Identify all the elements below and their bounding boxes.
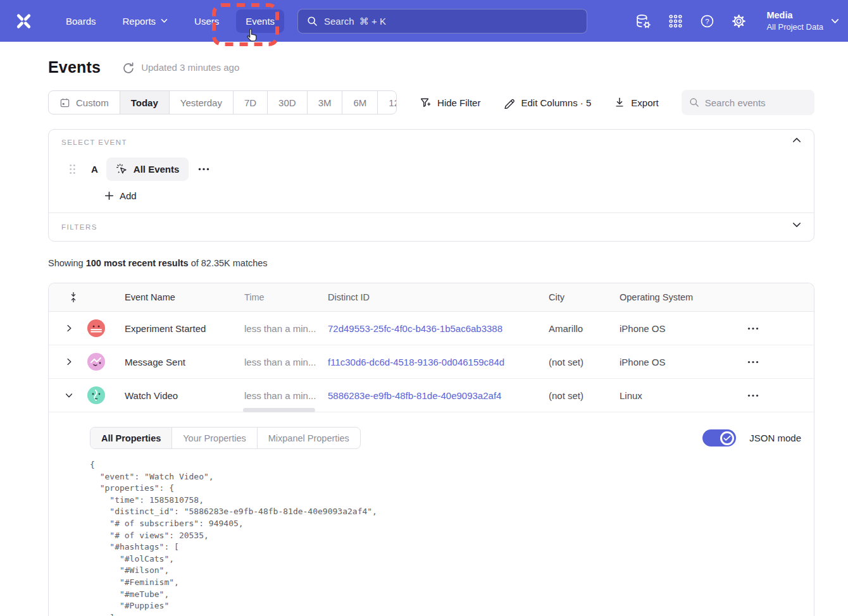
date-option-label: Yesterday xyxy=(180,97,222,108)
row-more-menu[interactable] xyxy=(747,327,759,330)
expand-filters-chevron-down-icon[interactable] xyxy=(792,222,801,228)
global-search xyxy=(297,9,587,34)
distinct-id-link[interactable]: 72d49553-25fc-4f0c-b436-1b5ac6ab3388 xyxy=(328,323,502,334)
date-option-label: 12M xyxy=(389,97,397,108)
events-search xyxy=(682,90,814,115)
nav-item-reports[interactable]: Reports xyxy=(113,9,178,33)
tab-label: Your Properties xyxy=(183,433,246,443)
add-event-label: Add xyxy=(120,190,137,201)
nav-item-label: Events xyxy=(246,16,275,27)
nav-item-label: Reports xyxy=(123,16,156,27)
date-option-custom[interactable]: Custom xyxy=(49,91,120,114)
plus-icon xyxy=(104,191,114,200)
event-query-row: A xyxy=(61,157,801,181)
event-avatar xyxy=(87,319,105,337)
drag-handle-icon[interactable] xyxy=(69,164,76,175)
events-page: Boards Reports Users Events xyxy=(0,0,848,616)
table-row: Message Sent less than a min... f11c30d6… xyxy=(49,345,814,379)
distinct-id-link[interactable]: f11c30d6-dc6d-4518-9136-0d046159c84d xyxy=(328,357,504,367)
date-option-label: Custom xyxy=(76,97,109,108)
date-option-30d[interactable]: 30D xyxy=(267,91,307,114)
event-more-menu[interactable] xyxy=(198,168,209,171)
json-mode-toggle[interactable] xyxy=(702,429,736,447)
project-scope: All Project Data xyxy=(766,22,823,32)
updated-timestamp: Updated 3 minutes ago xyxy=(141,62,239,73)
all-events-chip-label: All Events xyxy=(134,164,180,175)
funnel-icon xyxy=(420,97,432,109)
svg-text:?: ? xyxy=(706,17,709,25)
row-more-menu[interactable] xyxy=(747,360,759,364)
settings-gear-icon[interactable] xyxy=(731,13,747,29)
results-prefix: Showing xyxy=(48,258,86,268)
chevron-down-icon xyxy=(161,18,168,23)
table-row: Experiment Started less than a min... 72… xyxy=(49,312,814,345)
date-option-12m[interactable]: 12M xyxy=(377,91,397,114)
collapse-row-chevron-down-icon[interactable] xyxy=(64,390,77,400)
tab-mixpanel-properties[interactable]: Mixpanel Properties xyxy=(257,428,360,448)
event-name-cell: Watch Video xyxy=(125,390,244,401)
filters-label: FILTERS xyxy=(61,223,97,231)
search-icon xyxy=(307,16,318,27)
time-cell: less than a min... xyxy=(244,357,328,367)
edit-columns-button[interactable]: Edit Columns · 5 xyxy=(503,97,591,109)
os-cell: iPhone OS xyxy=(620,323,732,334)
expand-row-chevron-right-icon[interactable] xyxy=(64,323,77,333)
toolbar: Custom Today Yesterday 7D 30D 3M 6M 12M xyxy=(48,90,814,115)
date-option-yesterday[interactable]: Yesterday xyxy=(169,91,233,114)
data-management-icon[interactable] xyxy=(635,13,652,30)
global-search-input[interactable] xyxy=(324,16,578,27)
time-cell: less than a min... xyxy=(244,323,328,334)
date-option-label: 6M xyxy=(353,97,366,108)
results-count: 100 most recent results xyxy=(86,258,189,268)
hide-filter-button[interactable]: Hide Filter xyxy=(420,97,480,109)
mixpanel-logo-icon[interactable] xyxy=(15,13,32,30)
tab-label: All Properties xyxy=(101,433,161,443)
nav-item-users[interactable]: Users xyxy=(185,9,228,33)
all-events-chip[interactable]: All Events xyxy=(106,157,189,181)
event-name-cell: Experiment Started xyxy=(125,323,244,334)
nav-item-events[interactable]: Events xyxy=(236,9,284,33)
nav-item-boards[interactable]: Boards xyxy=(56,9,106,33)
toggle-knob xyxy=(720,431,734,445)
export-button[interactable]: Export xyxy=(614,97,658,108)
download-icon xyxy=(614,97,625,108)
results-summary: Showing 100 most recent results of 82.35… xyxy=(48,258,814,268)
nav-item-label: Boards xyxy=(66,16,96,27)
column-header-distinct-id[interactable]: Distinct ID xyxy=(328,292,549,302)
collapse-rows-icon[interactable] xyxy=(69,291,78,304)
apps-grid-icon[interactable] xyxy=(668,13,683,29)
horizontal-scrollbar[interactable] xyxy=(243,408,315,412)
column-header-os[interactable]: Operating System xyxy=(620,292,732,302)
date-option-3m[interactable]: 3M xyxy=(307,91,342,114)
refresh-icon[interactable] xyxy=(122,61,135,74)
select-event-section: SELECT EVENT A xyxy=(49,130,814,213)
pencil-icon xyxy=(503,97,515,109)
tab-your-properties[interactable]: Your Properties xyxy=(171,428,256,448)
row-more-menu[interactable] xyxy=(747,394,759,397)
tab-all-properties[interactable]: All Properties xyxy=(90,428,171,448)
project-name: Media xyxy=(766,9,823,22)
distinct-id-link[interactable]: 5886283e-e9fb-48fb-81de-40e9093a2af4 xyxy=(328,390,501,401)
add-event-button[interactable]: Add xyxy=(104,190,137,201)
calendar-icon xyxy=(59,97,70,108)
help-icon[interactable]: ? xyxy=(699,13,715,29)
date-option-today[interactable]: Today xyxy=(120,91,169,114)
city-cell: (not set) xyxy=(549,357,620,367)
events-search-input[interactable] xyxy=(705,97,807,108)
collapse-section-chevron-up-icon[interactable] xyxy=(792,137,801,143)
event-avatar xyxy=(87,353,105,371)
export-label: Export xyxy=(631,97,658,108)
project-switcher[interactable]: Media All Project Data xyxy=(766,9,839,32)
date-option-6m[interactable]: 6M xyxy=(342,91,377,114)
column-header-city[interactable]: City xyxy=(549,292,620,302)
date-option-label: Today xyxy=(131,97,158,108)
column-header-event-name[interactable]: Event Name xyxy=(125,292,244,302)
expand-row-chevron-right-icon[interactable] xyxy=(64,357,77,367)
event-row-letter: A xyxy=(91,164,98,175)
json-mode-label: JSON mode xyxy=(749,433,801,443)
date-option-7d[interactable]: 7D xyxy=(233,91,267,114)
search-icon xyxy=(689,97,699,108)
event-detail-panel: All Properties Your Properties Mixpanel … xyxy=(49,412,814,616)
date-range-selector: Custom Today Yesterday 7D 30D 3M 6M 12M xyxy=(48,90,397,114)
column-header-time[interactable]: Time xyxy=(244,292,328,302)
